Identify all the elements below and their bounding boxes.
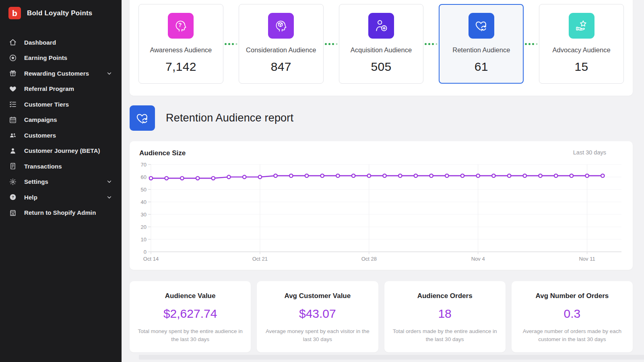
sidebar-item[interactable]: Customers bbox=[0, 128, 122, 143]
sidebar-nav: Dashboard Earning Points Rewarding Custo… bbox=[0, 35, 122, 220]
chart-header: Audience Size Last 30 days bbox=[139, 149, 623, 157]
app-logo-row: b Bold Loyalty Points bbox=[0, 0, 122, 23]
retention-heart-sync-icon bbox=[469, 13, 494, 39]
sidebar-item[interactable]: Campaigns bbox=[0, 112, 122, 128]
funnel-card-label: Consideration Audience bbox=[242, 46, 320, 54]
calendar-icon bbox=[9, 116, 17, 124]
audience-funnel-panel: ? Awareness Audience 7,142 Consideration… bbox=[130, 0, 633, 96]
funnel-card[interactable]: Acquisition Audience 505 bbox=[339, 4, 424, 84]
sidebar-item[interactable]: Customer Journey (BETA) bbox=[0, 143, 122, 159]
chevron-down-icon bbox=[106, 70, 113, 77]
svg-text:0: 0 bbox=[144, 249, 147, 255]
sidebar-item[interactable]: Earning Points bbox=[0, 50, 122, 66]
sidebar-item-label: Rewarding Customers bbox=[24, 70, 89, 77]
stat-description: Average money spent by each visitor in t… bbox=[263, 327, 372, 344]
stat-value: 18 bbox=[391, 307, 499, 321]
funnel-card-value: 7,142 bbox=[142, 60, 220, 74]
svg-text:30: 30 bbox=[141, 212, 147, 218]
sidebar-item[interactable]: ? Help bbox=[0, 189, 122, 205]
report-title: Retention Audience report bbox=[166, 112, 293, 124]
stat-card: Avg Number of Orders 0.3 Average number … bbox=[512, 281, 633, 352]
sidebar-item-label: Transactions bbox=[24, 163, 62, 170]
funnel-connector-dots bbox=[324, 4, 339, 84]
person-icon bbox=[9, 147, 17, 155]
svg-text:50: 50 bbox=[141, 187, 147, 193]
sidebar-item-label: Return to Shopify Admin bbox=[24, 209, 96, 216]
sidebar-item-label: Settings bbox=[24, 178, 48, 185]
stat-value: $43.07 bbox=[263, 307, 372, 321]
funnel-card-label: Awareness Audience bbox=[142, 46, 220, 54]
chevron-down-icon bbox=[106, 194, 113, 201]
funnel-card-label: Advocacy Audience bbox=[543, 46, 620, 54]
stat-description: Total money spent by the entire audience… bbox=[136, 327, 244, 344]
main-content: ? Awareness Audience 7,142 Consideration… bbox=[122, 0, 644, 362]
stats-row: Audience Value $2,627.74 Total money spe… bbox=[130, 281, 633, 352]
funnel-card-label: Acquisition Audience bbox=[343, 46, 420, 54]
funnel-card-value: 505 bbox=[343, 60, 420, 74]
svg-text:?: ? bbox=[178, 22, 182, 28]
home-icon bbox=[9, 38, 17, 46]
sidebar-item-label: Customers bbox=[24, 132, 56, 139]
funnel-card-label: Retention Audience bbox=[442, 46, 520, 54]
svg-text:Oct 21: Oct 21 bbox=[252, 256, 268, 262]
sidebar-item-label: Referral Program bbox=[24, 85, 74, 92]
next-section-edge bbox=[139, 355, 644, 360]
funnel-card-value: 61 bbox=[442, 60, 520, 74]
gear-icon bbox=[9, 178, 17, 186]
star-circle-icon bbox=[9, 54, 17, 62]
retention-heart-sync-icon bbox=[130, 105, 155, 131]
gift-icon bbox=[9, 69, 17, 77]
svg-text:?: ? bbox=[12, 195, 14, 200]
chevron-down-icon bbox=[106, 178, 113, 185]
svg-text:Nov 11: Nov 11 bbox=[579, 256, 595, 262]
sidebar-item[interactable]: Transactions bbox=[0, 158, 122, 174]
audience-size-chart-card: Audience Size Last 30 days 0102030405060… bbox=[130, 141, 633, 270]
sidebar-item[interactable]: Return to Shopify Admin bbox=[0, 205, 122, 221]
funnel-card[interactable]: Advocacy Audience 15 bbox=[539, 4, 624, 84]
stat-value: 0.3 bbox=[518, 307, 626, 321]
svg-text:Oct 14: Oct 14 bbox=[143, 256, 159, 262]
sidebar-item-label: Earning Points bbox=[24, 54, 67, 61]
sidebar-item[interactable]: Settings bbox=[0, 174, 122, 190]
heart-icon bbox=[9, 85, 17, 93]
sidebar-item[interactable]: Rewarding Customers bbox=[0, 66, 122, 81]
help-circle-icon: ? bbox=[9, 193, 17, 201]
report-header: Retention Audience report bbox=[130, 105, 633, 131]
sidebar-item[interactable]: Referral Program bbox=[0, 81, 122, 97]
advocacy-hand-star-icon bbox=[569, 13, 594, 39]
consideration-head-cube-icon bbox=[268, 13, 294, 39]
funnel-connector-dots bbox=[223, 4, 239, 84]
sidebar-item[interactable]: Dashboard bbox=[0, 35, 122, 50]
sidebar-item-label: Campaigns bbox=[24, 116, 57, 123]
stat-title: Audience Value bbox=[136, 292, 244, 300]
chart-range-label: Last 30 days bbox=[573, 149, 606, 156]
stat-title: Avg Customer Value bbox=[263, 292, 372, 300]
svg-text:60: 60 bbox=[141, 174, 147, 180]
audience-size-line-chart: 010203040506070Oct 14Oct 21Oct 28Nov 4No… bbox=[139, 157, 623, 265]
acquisition-person-add-icon bbox=[368, 13, 394, 39]
bold-logo: b bbox=[8, 7, 21, 19]
stat-card: Audience Value $2,627.74 Total money spe… bbox=[130, 281, 251, 352]
awareness-head-question-icon: ? bbox=[168, 13, 194, 39]
funnel-card[interactable]: Consideration Audience 847 bbox=[239, 4, 324, 84]
funnel-card[interactable]: Retention Audience 61 bbox=[439, 4, 524, 84]
stat-card: Avg Customer Value $43.07 Average money … bbox=[257, 281, 378, 352]
app-title: Bold Loyalty Points bbox=[27, 9, 92, 17]
sidebar-item[interactable]: Customer Tiers bbox=[0, 97, 122, 112]
funnel-connector-dots bbox=[524, 4, 539, 84]
stat-description: Total orders made by the entire audience… bbox=[391, 327, 499, 344]
stat-card: Audience Orders 18 Total orders made by … bbox=[384, 281, 506, 352]
people-icon bbox=[9, 131, 17, 139]
stat-value: $2,627.74 bbox=[136, 307, 244, 321]
sidebar-item-label: Customer Tiers bbox=[24, 101, 69, 108]
funnel-card-value: 15 bbox=[543, 60, 620, 74]
funnel-card-value: 847 bbox=[242, 60, 320, 74]
funnel-card[interactable]: ? Awareness Audience 7,142 bbox=[138, 4, 223, 84]
app-window: b Bold Loyalty Points Dashboard Earning … bbox=[0, 0, 644, 362]
svg-text:Nov 4: Nov 4 bbox=[471, 256, 485, 262]
sidebar: b Bold Loyalty Points Dashboard Earning … bbox=[0, 0, 122, 362]
stat-title: Audience Orders bbox=[391, 292, 499, 300]
checklist-icon bbox=[9, 100, 17, 108]
storefront-icon bbox=[9, 209, 17, 217]
sidebar-item-label: Help bbox=[24, 194, 37, 201]
